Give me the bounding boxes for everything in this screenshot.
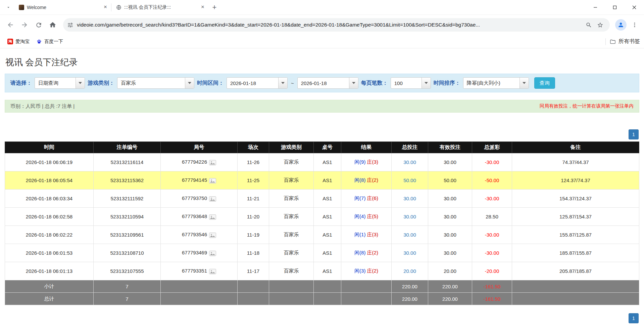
round-detail-icon[interactable]	[209, 160, 216, 165]
summary-label: 总计	[5, 293, 94, 305]
browser-window: Welcome × :::视讯 会员下注纪录::: × +	[0, 0, 644, 48]
note: 205.87/185.87	[512, 262, 639, 280]
note: 155.87/125.87	[512, 226, 639, 244]
browser-menu-button[interactable]	[629, 19, 641, 31]
bet-id: 523132109561	[94, 226, 161, 244]
bookmark-aitaobao[interactable]: 淘 爱淘宝	[4, 37, 33, 46]
round-detail-icon[interactable]	[209, 251, 216, 256]
player-result: 闲(8)	[354, 250, 365, 255]
select-type-label: 请选择：	[10, 80, 32, 87]
payout: 28.50	[472, 208, 512, 226]
banker-result: 庄(6)	[367, 195, 378, 201]
new-tab-button[interactable]: +	[209, 2, 220, 13]
tab-betrecord[interactable]: :::视讯 会员下注纪录::: ×	[111, 0, 209, 15]
bet-id: 523132111592	[94, 190, 161, 208]
bookmarks-bar: 淘 爱淘宝 百度一下 所有书签	[0, 35, 644, 48]
time-sort-select[interactable]: 降幂(由大到小)	[463, 77, 529, 89]
table-number: AS1	[314, 171, 341, 190]
profile-button[interactable]	[615, 19, 627, 31]
result-cell: 闲(4) 庄(5)	[341, 208, 392, 226]
tab-search-button[interactable]	[3, 2, 14, 13]
refresh-icon	[35, 22, 42, 29]
round-cell: 677794145	[161, 171, 238, 190]
folder-icon	[610, 39, 616, 45]
date-start-value: 2026-01-18	[227, 78, 278, 88]
bet-table-body: 2026-01-18 06:06:19523132116114677794226…	[5, 153, 639, 305]
empty-cell	[238, 280, 269, 293]
url-text[interactable]: videoie.com/game/betrecord_search/kind3?…	[77, 22, 583, 28]
dropdown-caret-button[interactable]	[422, 78, 431, 88]
bet-row: 2026-01-18 06:05:54523132115362677794145…	[5, 171, 639, 190]
query-type-select[interactable]: 日期查询	[35, 77, 85, 89]
round-detail-icon[interactable]	[209, 214, 216, 220]
dropdown-caret-button[interactable]	[349, 78, 358, 88]
note: 74.37/44.37	[512, 153, 639, 171]
bookmark-label: 百度一下	[44, 39, 63, 45]
banker-result: 庄(3)	[367, 159, 378, 165]
round-number: 677793351	[182, 268, 207, 274]
empty-cell	[269, 293, 314, 305]
page-size-select[interactable]: 100	[391, 77, 431, 89]
valid-bet: 30.00	[428, 244, 472, 262]
date-range-label: 时间区间：	[197, 80, 224, 87]
minimize-icon	[593, 5, 597, 9]
round-detail-icon[interactable]	[209, 196, 216, 202]
bet-id: 523132115362	[94, 171, 161, 190]
bookmark-star-button[interactable]	[594, 19, 606, 31]
maximize-button[interactable]	[605, 0, 625, 15]
summary-count: 7	[94, 293, 161, 305]
tab-close-icon[interactable]: ×	[102, 4, 109, 11]
minimize-button[interactable]	[586, 0, 605, 15]
address-bar[interactable]: videoie.com/game/betrecord_search/kind3?…	[63, 18, 610, 32]
caret-down-icon	[425, 82, 428, 84]
column-header: 有效投注	[428, 142, 472, 153]
forward-button[interactable]	[17, 18, 32, 32]
column-header: 桌号	[314, 142, 341, 153]
refresh-button[interactable]	[32, 18, 46, 32]
bet-time: 2026-01-18 06:02:22	[5, 226, 94, 244]
currency-total-text: 币别：人民币 | 总共 :7 注单 |	[10, 103, 75, 110]
dropdown-caret-button[interactable]	[185, 78, 194, 88]
date-start-input[interactable]: 2026-01-18	[227, 77, 288, 89]
result-cell: 闲(1) 庄(3)	[341, 226, 392, 244]
zoom-button[interactable]	[583, 19, 594, 31]
bet-row: 2026-01-18 06:03:34523132111592677793750…	[5, 190, 639, 208]
page-1-button[interactable]: 1	[629, 129, 639, 139]
taobao-icon: 淘	[7, 39, 13, 44]
player-result: 闲(3)	[354, 268, 365, 274]
bet-id: 523132107555	[94, 262, 161, 280]
total-bet: 30.00	[392, 153, 428, 171]
bet-time: 2026-01-18 06:05:54	[5, 171, 94, 190]
query-button[interactable]: 查询	[534, 77, 555, 89]
game-category-select[interactable]: 百家乐	[117, 77, 194, 89]
valid-bet: 30.00	[428, 190, 472, 208]
tab-welcome[interactable]: Welcome ×	[14, 0, 111, 15]
caret-down-icon	[523, 82, 526, 84]
page-1-button[interactable]: 1	[629, 313, 639, 323]
caret-down-icon	[188, 82, 191, 84]
round-detail-icon[interactable]	[209, 269, 216, 274]
empty-cell	[269, 280, 314, 293]
note: 125.87/154.37	[512, 208, 639, 226]
table-number: AS1	[314, 208, 341, 226]
round-detail-icon[interactable]	[209, 178, 216, 183]
site-settings-icon[interactable]	[67, 22, 73, 28]
round-detail-icon[interactable]	[209, 233, 216, 238]
dropdown-caret-button[interactable]	[76, 78, 85, 88]
bookmark-label: 爱淘宝	[15, 39, 30, 45]
valid-bet: 50.00	[428, 171, 472, 190]
dropdown-caret-button[interactable]	[519, 78, 529, 88]
summary-total-bet: 220.00	[392, 280, 428, 293]
all-bookmarks-button[interactable]: 所有书签	[605, 38, 640, 45]
date-range-separator: ~	[290, 80, 295, 86]
star-icon	[597, 22, 603, 28]
tab-close-icon[interactable]: ×	[199, 4, 206, 11]
dropdown-caret-button[interactable]	[278, 78, 287, 88]
back-button[interactable]	[3, 18, 17, 32]
date-end-input[interactable]: 2026-01-18	[297, 77, 358, 89]
close-button[interactable]	[625, 0, 644, 15]
session-number: 11-19	[238, 226, 269, 244]
bookmark-baidu[interactable]: 百度一下	[33, 37, 66, 46]
bookmarks-separator	[605, 38, 606, 45]
home-button[interactable]	[46, 18, 60, 32]
